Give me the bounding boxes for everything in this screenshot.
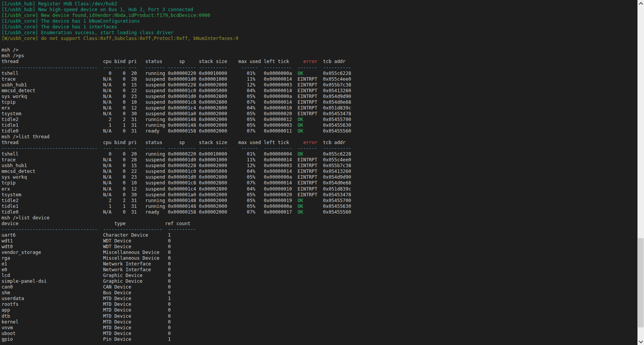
terminal-text-segment: shm Bus Device 0 <box>2 290 171 295</box>
terminal-line: tsystem N/A 0 30 suspend 0x000001a0 0x00… <box>2 111 637 117</box>
terminal-line: trace N/A 0 28 suspend 0x000001d0 0x0000… <box>2 76 637 82</box>
terminal-text-segment: uart6 Character Device 1 <box>2 232 171 238</box>
terminal-text-segment: EINTRPT <box>297 174 317 180</box>
terminal-text-segment: trace N/A 0 28 suspend 0x000001d0 0x0000… <box>2 76 297 82</box>
terminal-line: erx N/A 0 12 suspend 0x000001c4 0x000028… <box>2 105 637 111</box>
terminal-text-segment: tcb addr <box>317 140 345 145</box>
terminal-line: wdt1 WDT Device 0 <box>2 238 637 244</box>
terminal-line: msh />list thread <box>2 134 637 140</box>
terminal-text-segment: EINTRPT <box>297 186 317 192</box>
terminal-text-segment: OK <box>297 128 317 134</box>
terminal-line: tidle1 1 1 31 running 0x00000148 0x00002… <box>2 204 637 209</box>
terminal-line: tidle0 N/A 0 31 ready 0x00000158 0x00002… <box>2 209 637 215</box>
terminal-line: tsystem N/A 0 30 suspend 0x000001a0 0x00… <box>2 192 637 198</box>
terminal-line: dtb MTD Device 0 <box>2 313 637 319</box>
terminal-text-segment: app MTD Device 0 <box>2 307 171 313</box>
terminal-line: thread cpu bind pri status sp stack size… <box>2 59 637 65</box>
terminal-text-segment: tidle0 N/A 0 31 ready 0x00000158 0x00002… <box>2 128 297 134</box>
terminal-text-segment: wdt1 WDT Device 0 <box>2 238 171 244</box>
terminal-text-segment: mmcsd_detect N/A 0 22 suspend 0x000001c0… <box>2 169 297 174</box>
terminal-text-segment: 0x05455560 <box>317 209 351 215</box>
terminal-text-segment: 0x055b7c38 <box>317 82 351 88</box>
scroll-down-button[interactable] <box>637 338 644 345</box>
terminal-line: e0 Network Interface 0 <box>2 267 637 273</box>
scrollbar-thumb[interactable] <box>638 238 644 327</box>
terminal-text-segment: OK <box>297 123 317 128</box>
terminal-text-segment: usbh_hub1 N/A 0 15 suspend 0x00000228 0x… <box>2 163 297 168</box>
terminal-text-segment: vnvm MTD Device 0 <box>2 325 171 330</box>
terminal-text-segment: msh />ps <box>2 53 24 58</box>
terminal-line: tcpip N/A 0 10 suspend 0x000001c8 0x0000… <box>2 180 637 186</box>
terminal-text-segment: [I/usbh_core] The device has 1 interface… <box>2 24 117 30</box>
terminal-text-segment: tshell 0 0 20 running 0x00000220 0x00010… <box>2 151 297 157</box>
terminal-text-segment: 0x055c4ee0 <box>317 157 351 163</box>
terminal-text-segment: 0x054d0e68 <box>317 180 351 186</box>
terminal-line: gpio Pin Device 1 <box>2 337 637 342</box>
terminal-text-segment: EINTRPT <box>297 94 317 99</box>
terminal-text-segment: simple-panel-dsi Graphic Device 0 <box>2 279 171 284</box>
terminal-text-segment: tcpip N/A 0 10 suspend 0x000001c8 0x0000… <box>2 100 297 105</box>
terminal-line: can0 CAN Device 0 <box>2 284 637 290</box>
terminal-line: tidle0 N/A 0 31 ready 0x00000158 0x00002… <box>2 128 637 134</box>
terminal-text-segment: 0x051d839c <box>317 105 351 111</box>
terminal-line: vnvm MTD Device 0 <box>2 325 637 331</box>
terminal-line: ---------------------------------- -----… <box>2 227 637 232</box>
terminal-line: simple-panel-dsi Graphic Device 0 <box>2 279 637 284</box>
terminal-line: ---------------------------------- --- -… <box>2 146 637 151</box>
terminal-line: [I/usbh_core] The device has 1 interface… <box>2 24 637 30</box>
terminal-line: [I/usbh_hub] New high-speed device on Bu… <box>2 7 637 13</box>
terminal-text-segment: tcb addr <box>317 59 345 64</box>
terminal-text-segment: thread cpu bind pri status sp stack size… <box>2 59 303 64</box>
terminal-text-segment: thread cpu bind pri status sp stack size… <box>2 140 303 145</box>
terminal-text-segment: e1 Network Interface 0 <box>2 261 171 267</box>
terminal-text-segment: 0x054d9d90 <box>317 174 351 180</box>
terminal-text-segment: ---------------------------------- --- -… <box>2 146 351 151</box>
terminal-text-segment: 0x055c6228 <box>317 151 351 157</box>
terminal-line: tidle1 1 1 31 running 0x00000148 0x00002… <box>2 123 637 128</box>
terminal-text-segment: 0x05455560 <box>317 128 351 134</box>
terminal-line: tshell 0 0 20 running 0x00000220 0x00010… <box>2 151 637 157</box>
terminal-text-segment: EINTRPT <box>297 100 317 105</box>
chevron-up-icon <box>639 2 643 6</box>
terminal-text-segment: rootfs MTD Device 0 <box>2 302 171 307</box>
terminal-line: uboot MTD Device 0 <box>2 331 637 337</box>
terminal-line: uart6 Character Device 1 <box>2 232 637 238</box>
terminal-line: ---------------------------------- --- -… <box>2 65 637 71</box>
terminal-text-segment: rga Miscellaneous Device 0 <box>2 255 171 261</box>
terminal-text-segment: OK <box>297 204 317 209</box>
terminal-line: shm Bus Device 0 <box>2 290 637 296</box>
terminal-line: lcd Graphic Device 0 <box>2 273 637 279</box>
terminal-text-segment: sys workq N/A 0 23 suspend 0x000001d0 0x… <box>2 94 297 99</box>
terminal-line: tidle2 2 2 31 running 0x00000148 0x00002… <box>2 117 637 123</box>
terminal-text-segment: tsystem N/A 0 30 suspend 0x000001a0 0x00… <box>2 192 297 197</box>
terminal-line: wdt0 WDT Device 0 <box>2 244 637 250</box>
terminal-text-segment: trace N/A 0 28 suspend 0x000001d0 0x0000… <box>2 157 297 163</box>
terminal-text-segment: EINTRPT <box>297 76 317 82</box>
terminal-text-segment: kernel MTD Device 0 <box>2 319 171 325</box>
terminal-text-segment: 0x054d9d90 <box>317 94 351 99</box>
terminal-text-segment: EINTRPT <box>297 180 317 186</box>
terminal-line: rga Miscellaneous Device 0 <box>2 255 637 261</box>
terminal-text-segment: [I/usbh_hub] Register HUB Class:/dev/hub… <box>2 1 117 7</box>
terminal-text-segment: OK <box>297 209 317 215</box>
terminal-text-segment: tidle2 2 2 31 running 0x00000148 0x00002… <box>2 198 297 203</box>
terminal-text-segment: error <box>303 59 317 64</box>
terminal-text-segment: usbh_hub1 N/A 0 15 suspend 0x00000228 0x… <box>2 82 297 88</box>
terminal-text-segment: 0x051d839c <box>317 186 351 192</box>
terminal-line: [W/usbh_core] do not support Class:0xff,… <box>2 36 637 41</box>
terminal-text-segment: error <box>303 140 317 145</box>
terminal-line: [I/usbh_core] Enumeration success, start… <box>2 30 637 36</box>
terminal-text-segment: OK <box>297 71 317 76</box>
terminal-line: rootfs MTD Device 0 <box>2 302 637 307</box>
terminal-text-segment: [I/usbh_core] New device found,idVendor:… <box>2 13 210 18</box>
terminal-text-segment: 0x05455700 <box>317 117 351 122</box>
terminal-text-segment: msh />list device <box>2 215 50 221</box>
terminal-text-segment: e0 Network Interface 0 <box>2 267 171 272</box>
terminal-text-segment: tsystem N/A 0 30 suspend 0x000001a0 0x00… <box>2 111 297 116</box>
terminal-output: [I/usbh_hub] Register HUB Class:/dev/hub… <box>0 0 637 345</box>
scroll-up-button[interactable] <box>637 0 644 7</box>
terminal-text-segment: msh /> <box>2 47 18 53</box>
scrollbar[interactable] <box>637 0 644 345</box>
terminal-text-segment: 0x055c6228 <box>317 71 351 76</box>
terminal-text-segment: 0x05453478 <box>317 192 351 197</box>
